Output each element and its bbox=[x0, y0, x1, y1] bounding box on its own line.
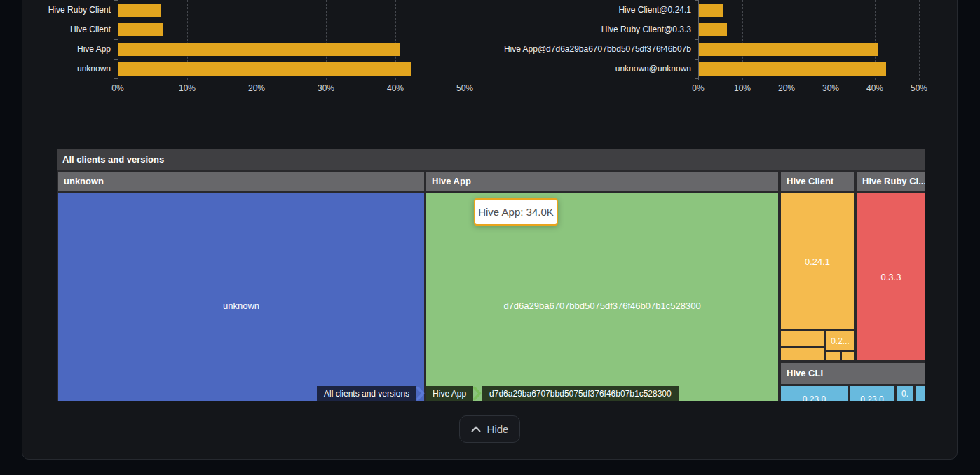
treemap-tile-hive-cli-0230[interactable]: 0.23.0 bbox=[781, 386, 848, 401]
treemap-root-header[interactable]: All clients and versions bbox=[57, 149, 925, 170]
treemap-tile-label: d7d6a29ba6707bbd5075df376f46b07b1c528300 bbox=[426, 301, 778, 311]
category-label: Hive Ruby Client@0.3.3 bbox=[467, 23, 691, 36]
bar[interactable] bbox=[699, 23, 727, 36]
treemap-tile-label: 0.24.1 bbox=[805, 256, 830, 267]
chevron-up-icon bbox=[471, 426, 481, 432]
bar[interactable] bbox=[699, 43, 878, 56]
x-tick-label: 30% bbox=[822, 83, 839, 93]
category-label: Hive App@d7d6a29ba6707bbd5075df376f46b07… bbox=[467, 43, 691, 56]
axis-tick bbox=[695, 39, 698, 40]
treemap-section-hive-client: Hive Client 0.24.1 0.2... bbox=[781, 172, 854, 360]
x-tick-label: 0% bbox=[692, 83, 704, 93]
gridline bbox=[919, 0, 920, 80]
breadcrumb-item-root[interactable]: All clients and versions bbox=[317, 386, 416, 401]
treemap-tile-hive-cli-0230b[interactable]: 0.23.0 bbox=[850, 386, 894, 401]
chevron-right-icon bbox=[416, 386, 426, 401]
treemap-section-hive-ruby-client: Hive Ruby Cl... 0.3.3 bbox=[857, 172, 925, 360]
axis-tick bbox=[695, 0, 698, 1]
category-label: unknown@unknown bbox=[467, 62, 691, 76]
axis-tick bbox=[695, 59, 698, 60]
treemap-tile-hive-client-minor[interactable] bbox=[826, 352, 840, 360]
treemap-tile-hive-client-minor[interactable] bbox=[842, 352, 854, 360]
treemap-tile-hive-client-0241[interactable]: 0.24.1 bbox=[781, 193, 854, 329]
treemap-tile-label: 0.23.0 bbox=[781, 394, 848, 401]
treemap-tile-hive-client-02x[interactable]: 0.2... bbox=[826, 331, 854, 350]
x-tick-label: 50% bbox=[911, 83, 927, 93]
treemap-tile-hive-ruby-033[interactable]: 0.3.3 bbox=[857, 193, 925, 360]
treemap-section-hive-cli-header[interactable]: Hive CLI bbox=[781, 363, 925, 384]
bar[interactable] bbox=[699, 62, 886, 76]
treemap-section-unknown: unknown unknown bbox=[58, 172, 424, 401]
treemap-section-hive-ruby-client-header[interactable]: Hive Ruby Cl... bbox=[857, 172, 925, 191]
tooltip: Hive App: 34.0K bbox=[474, 198, 558, 226]
treemap-section-hive-app-header[interactable]: Hive App bbox=[426, 172, 778, 191]
clients-treemap: All clients and versions unknown unknown… bbox=[57, 149, 925, 401]
breadcrumb-item-hive-app[interactable]: Hive App bbox=[426, 386, 473, 401]
breadcrumb-item-version[interactable]: d7d6a29ba6707bbd5075df376f46b07b1c528300 bbox=[482, 386, 679, 401]
chevron-right-icon bbox=[473, 386, 482, 401]
hide-button[interactable]: Hide bbox=[459, 415, 520, 443]
tooltip-text: Hive App: 34.0K bbox=[478, 206, 554, 218]
treemap-tile-label: unknown bbox=[58, 301, 424, 311]
bar[interactable] bbox=[699, 4, 723, 17]
treemap-tile-hive-cli-minor[interactable] bbox=[916, 386, 925, 401]
breadcrumb: All clients and versions Hive App d7d6a2… bbox=[317, 386, 679, 401]
treemap-tile-hive-client-minor[interactable] bbox=[781, 331, 824, 346]
treemap-tile-unknown[interactable]: unknown bbox=[58, 193, 424, 401]
treemap-tile-label: 0.3.3 bbox=[881, 272, 901, 282]
treemap-section-hive-cli: Hive CLI 0.23.0 0.23.0 0. bbox=[781, 363, 925, 401]
x-tick-label: 10% bbox=[734, 83, 751, 93]
client-version-bar-chart: 0%10%20%30%40%50%Hive Client@0.24.1Hive … bbox=[0, 0, 980, 98]
treemap-tile-label: 0.23.0 bbox=[850, 394, 894, 401]
treemap-tile-label: 0. bbox=[901, 389, 908, 399]
axis-tick bbox=[695, 78, 698, 79]
x-tick-label: 20% bbox=[778, 83, 795, 93]
treemap-tile-hive-cli-0x[interactable]: 0. bbox=[897, 386, 913, 401]
treemap-section-unknown-header[interactable]: unknown bbox=[58, 172, 424, 191]
x-tick-label: 40% bbox=[866, 83, 883, 93]
category-label: Hive Client@0.24.1 bbox=[467, 4, 691, 17]
axis-tick bbox=[695, 20, 698, 20]
treemap-tile-hive-client-minor[interactable] bbox=[781, 348, 824, 360]
treemap-section-hive-client-header[interactable]: Hive Client bbox=[781, 172, 854, 191]
treemap-tile-label: 0.2... bbox=[831, 336, 850, 346]
hide-button-label: Hide bbox=[487, 423, 509, 435]
